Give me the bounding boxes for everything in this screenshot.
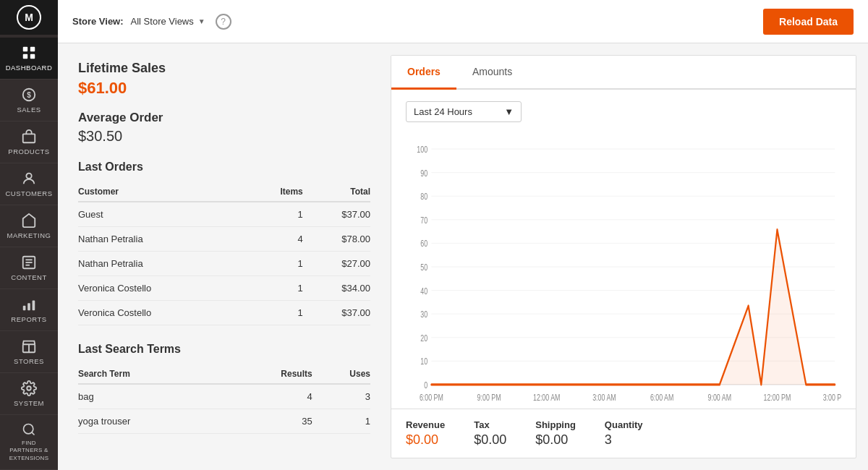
svg-rect-2 <box>23 47 27 51</box>
svg-rect-14 <box>23 306 26 310</box>
svg-text:20: 20 <box>420 333 427 343</box>
time-range-value: Last 24 Hours <box>414 106 472 117</box>
stat-revenue-label: Revenue <box>406 419 445 430</box>
svg-text:3:00 AM: 3:00 AM <box>592 393 616 403</box>
orders-col-customer: Customer <box>78 182 250 202</box>
svg-rect-16 <box>33 300 35 310</box>
svg-text:6:00 AM: 6:00 AM <box>650 393 673 403</box>
svg-text:M: M <box>25 12 33 23</box>
order-customer: Veronica Costello <box>78 276 250 301</box>
sidebar-item-stores[interactable]: STORES <box>0 331 58 373</box>
sidebar-item-system[interactable]: SYSTEM <box>0 373 58 415</box>
store-view-value: All Store Views <box>131 16 194 27</box>
orders-table-row: Veronica Costello 1 $34.00 <box>78 276 370 301</box>
sidebar-item-marketing-label: MARKETING <box>7 231 51 239</box>
last-search-title: Last Search Terms <box>78 343 370 356</box>
sidebar-logo: M <box>0 0 58 35</box>
lifetime-sales-title: Lifetime Sales <box>78 61 370 76</box>
svg-point-20 <box>24 424 33 433</box>
svg-rect-15 <box>27 303 30 310</box>
svg-rect-3 <box>30 47 35 51</box>
svg-text:9:00 AM: 9:00 AM <box>708 393 731 403</box>
svg-text:0: 0 <box>424 380 427 390</box>
order-customer: Veronica Costello <box>78 301 250 325</box>
sidebar-item-content[interactable]: CONTENT <box>0 247 58 289</box>
store-view-label: Store View: <box>72 16 124 27</box>
help-icon[interactable]: ? <box>216 14 231 30</box>
svg-text:9:00 PM: 9:00 PM <box>477 393 501 403</box>
order-total: $37.00 <box>303 301 370 325</box>
svg-text:$: $ <box>27 90 31 98</box>
stat-tax-value: $0.00 <box>474 432 506 448</box>
sidebar: M DASHBOARD $ SALES PRODUCTS CUSTOMERS <box>0 0 58 470</box>
sidebar-item-find-partners[interactable]: FIND PARTNERS & EXTENSIONS <box>0 415 58 470</box>
svg-text:50: 50 <box>420 262 427 272</box>
order-total: $78.00 <box>303 227 370 252</box>
store-view-arrow-icon: ▼ <box>198 17 205 25</box>
sidebar-item-sales[interactable]: $ SALES <box>0 80 58 121</box>
svg-line-21 <box>32 432 35 435</box>
order-total: $37.00 <box>303 202 370 227</box>
search-term: bag <box>78 384 224 409</box>
search-col-results: Results <box>224 364 312 384</box>
order-items: 1 <box>250 252 303 276</box>
sidebar-item-products-label: PRODUCTS <box>8 148 49 155</box>
search-table: Search Term Results Uses bag 4 3 yoga tr… <box>78 364 370 434</box>
sidebar-item-dashboard[interactable]: DASHBOARD <box>0 38 58 80</box>
svg-text:12:00 PM: 12:00 PM <box>764 393 791 403</box>
store-view-select[interactable]: All Store Views ▼ <box>131 16 205 27</box>
reload-data-button[interactable]: Reload Data <box>763 9 854 35</box>
sidebar-item-customers[interactable]: CUSTOMERS <box>0 163 58 205</box>
order-customer: Nathan Petralia <box>78 252 250 276</box>
chart-controls: Last 24 Hours ▼ <box>406 101 841 122</box>
orders-table-row: Nathan Petralia 4 $78.00 <box>78 227 370 252</box>
time-range-select[interactable]: Last 24 Hours ▼ <box>406 101 522 122</box>
avg-order-title: Average Order <box>78 111 370 125</box>
search-uses: 3 <box>312 384 370 409</box>
tab-amounts[interactable]: Amounts <box>456 56 528 90</box>
chart-tabs: Orders Amounts <box>391 56 856 90</box>
order-items: 1 <box>250 276 303 301</box>
search-table-row: bag 4 3 <box>78 384 370 409</box>
topbar: Store View: All Store Views ▼ ? Reload D… <box>58 0 868 43</box>
orders-table: Customer Items Total Guest 1 $37.00 Nath… <box>78 182 370 325</box>
sidebar-item-products[interactable]: PRODUCTS <box>0 121 58 163</box>
order-items: 4 <box>250 227 303 252</box>
order-total: $27.00 <box>303 252 370 276</box>
dashboard-content: Lifetime Sales $61.00 Average Order $30.… <box>58 43 868 470</box>
orders-chart: 0 10 20 30 40 50 60 70 80 90 100 6:00 PM <box>406 131 841 403</box>
svg-text:60: 60 <box>420 239 427 249</box>
orders-col-total: Total <box>303 182 370 202</box>
time-range-arrow-icon: ▼ <box>504 106 514 117</box>
chart-area: Last 24 Hours ▼ <box>391 90 856 409</box>
svg-text:80: 80 <box>420 192 427 202</box>
stat-revenue: Revenue $0.00 <box>406 419 445 448</box>
avg-order-value: $30.50 <box>78 128 370 145</box>
stat-shipping-label: Shipping <box>535 419 576 430</box>
search-results: 4 <box>224 384 312 409</box>
svg-rect-4 <box>23 54 27 59</box>
svg-rect-8 <box>23 134 35 142</box>
order-items: 1 <box>250 301 303 325</box>
order-items: 1 <box>250 202 303 227</box>
stat-tax-label: Tax <box>474 419 506 430</box>
sidebar-bottom: FIND PARTNERS & EXTENSIONS <box>0 415 58 470</box>
sidebar-item-reports-label: REPORTS <box>11 315 46 323</box>
stat-quantity: Quantity 3 <box>605 419 643 448</box>
right-panel: Orders Amounts Last 24 Hours ▼ <box>391 55 856 458</box>
svg-point-19 <box>27 386 31 390</box>
tab-orders[interactable]: Orders <box>391 56 456 90</box>
stats-bar: Revenue $0.00 Tax $0.00 Shipping $0.00 Q… <box>391 409 856 458</box>
main-content: Store View: All Store Views ▼ ? Reload D… <box>58 0 868 470</box>
search-col-term: Search Term <box>78 364 224 384</box>
stat-shipping: Shipping $0.00 <box>535 419 576 448</box>
stat-quantity-value: 3 <box>605 432 643 448</box>
sidebar-item-marketing[interactable]: MARKETING <box>0 205 58 247</box>
svg-text:40: 40 <box>420 286 427 296</box>
order-total: $34.00 <box>303 276 370 301</box>
last-orders-section: Last Orders Customer Items Total Guest 1… <box>78 161 370 325</box>
sidebar-item-stores-label: STORES <box>14 357 44 365</box>
orders-table-row: Nathan Petralia 1 $27.00 <box>78 252 370 276</box>
svg-text:3:00 PM: 3:00 PM <box>823 393 841 403</box>
sidebar-item-reports[interactable]: REPORTS <box>0 289 58 331</box>
